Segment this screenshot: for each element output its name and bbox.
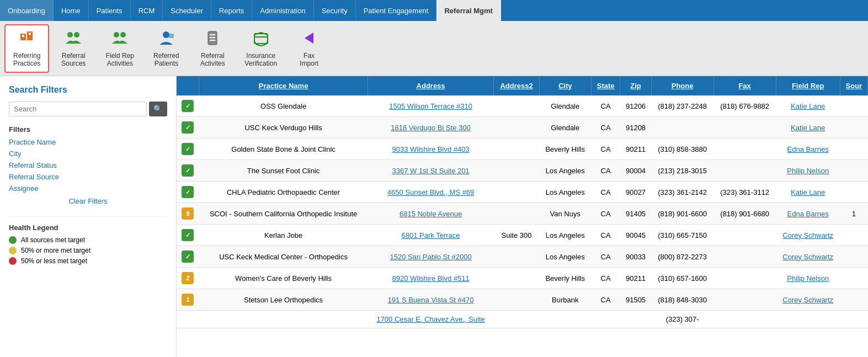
address-link-2[interactable]: 9033 Wilshire Blvd #403 xyxy=(392,145,469,153)
nav-item-administration[interactable]: Administration xyxy=(252,0,313,21)
nav-item-patients[interactable]: Patients xyxy=(89,0,131,21)
cell-address2-9 xyxy=(494,289,539,311)
col-sort-phone[interactable]: Phone xyxy=(672,82,694,90)
field-rep-activities-label: Field Rep Activities xyxy=(106,52,134,67)
col-header-practiceName[interactable]: Practice Name xyxy=(199,76,368,95)
nav-item-rcm[interactable]: RCM xyxy=(131,0,163,21)
table-row: ✓The Sunset Foot Clinic3367 W 1st St Sui… xyxy=(177,160,868,182)
cell-source-0 xyxy=(840,95,867,117)
col-header-zip[interactable]: Zip xyxy=(620,76,651,95)
col-header-phone[interactable]: Phone xyxy=(651,76,713,95)
col-sort-zip[interactable]: Zip xyxy=(630,82,641,90)
nav-item-patient-engagement[interactable]: Patient Engagement xyxy=(356,0,437,21)
field-rep-link-5[interactable]: Edna Barnes xyxy=(787,210,829,218)
nav-item-security[interactable]: Security xyxy=(314,0,356,21)
col-header-city[interactable]: City xyxy=(539,76,591,95)
toolbar-item-fax-import[interactable]: Fax Import xyxy=(287,24,331,73)
legend-label-1: 50% or more met target xyxy=(21,247,90,254)
field-rep-link-0[interactable]: Katie Lane xyxy=(791,102,825,110)
filter-referral-source[interactable]: Referral Source xyxy=(9,173,167,181)
col-sort-source[interactable]: Sour xyxy=(846,82,862,90)
address-link-1[interactable]: 1818 Verdugo Bl Ste 300 xyxy=(391,124,471,132)
cell-state-10 xyxy=(591,311,620,328)
toolbar-item-insurance-verification[interactable]: Insurance Verification xyxy=(237,24,285,73)
cell-address2-7 xyxy=(494,246,539,268)
cell-fieldRep-7: Corey Schwartz xyxy=(776,246,840,268)
address-link-5[interactable]: 6815 Noble Avenue xyxy=(400,210,462,218)
address-link-8[interactable]: 8920 Wilshire Blvd #511 xyxy=(392,274,469,283)
cell-city-3: Los Angeles xyxy=(539,160,591,182)
search-button[interactable]: 🔍 xyxy=(149,102,167,116)
col-sort-practiceName[interactable]: Practice Name xyxy=(259,82,308,90)
cell-source-4 xyxy=(840,182,867,203)
filter-city[interactable]: City xyxy=(9,150,167,158)
address-link-7[interactable]: 1520 San Pablo St #2000 xyxy=(390,253,471,261)
field-rep-link-6[interactable]: Corey Schwartz xyxy=(782,231,833,239)
field-rep-link-1[interactable]: Katie Lane xyxy=(791,124,825,132)
col-sort-address2[interactable]: Address2 xyxy=(500,82,532,90)
table-row: 2Women's Care of Beverly Hills8920 Wilsh… xyxy=(177,268,868,289)
nav-item-scheduler[interactable]: Scheduler xyxy=(163,0,211,21)
cell-state-1: CA xyxy=(591,117,620,138)
field-rep-link-4[interactable]: Katie Lane xyxy=(791,188,825,196)
filter-referral-status[interactable]: Referral Status xyxy=(9,161,167,169)
health-legend: Health Legend All sources met target50% … xyxy=(9,216,167,265)
cell-fieldRep-2: Edna Barnes xyxy=(776,138,840,160)
nav-item-referral-mgmt[interactable]: Referral Mgmt xyxy=(436,0,500,21)
col-header-source[interactable]: Sour xyxy=(840,76,867,95)
clear-filters-link[interactable]: Clear Filters xyxy=(9,197,167,205)
col-sort-fieldRep[interactable]: Field Rep xyxy=(792,82,824,90)
cell-state-3: CA xyxy=(591,160,620,182)
filter-practice-name[interactable]: Practice Name xyxy=(9,138,167,146)
col-header-fax[interactable]: Fax xyxy=(713,76,776,95)
col-header-address2[interactable]: Address2 xyxy=(494,76,539,95)
svg-rect-2 xyxy=(22,35,24,37)
col-header-fieldRep[interactable]: Field Rep xyxy=(776,76,840,95)
address-link-10[interactable]: 1700 Cesar E. Chavez Ave., Suite xyxy=(376,315,484,323)
field-rep-link-2[interactable]: Edna Barnes xyxy=(787,145,829,153)
col-sort-city[interactable]: City xyxy=(558,82,572,90)
cell-city-10 xyxy=(539,311,591,328)
field-rep-link-7[interactable]: Corey Schwartz xyxy=(782,253,833,261)
nav-item-home[interactable]: Home xyxy=(54,0,89,21)
cell-badge-10 xyxy=(177,311,199,328)
col-header-address[interactable]: Address xyxy=(368,76,494,95)
table-row: ✓CHLA Pediatric Orthopaedic Center4650 S… xyxy=(177,182,868,203)
filter-assignee[interactable]: Assignee xyxy=(9,184,167,193)
address-link-3[interactable]: 3367 W 1st St Suite 201 xyxy=(392,167,469,175)
cell-city-8: Beverly Hills xyxy=(539,268,591,289)
table-row: 9SCOI - Southern California Orthopedic I… xyxy=(177,203,868,225)
cell-zip-7: 90033 xyxy=(620,246,651,268)
field-rep-link-8[interactable]: Philip Nelson xyxy=(787,274,829,283)
toolbar-item-referring-practices[interactable]: Referring Practices xyxy=(4,24,49,73)
address-link-9[interactable]: 191 S Buena Vista St #470 xyxy=(388,296,474,304)
col-sort-address[interactable]: Address xyxy=(417,82,445,90)
address-link-6[interactable]: 6801 Park Terrace xyxy=(402,231,460,239)
field-rep-link-3[interactable]: Philip Nelson xyxy=(787,167,829,175)
cell-phone-5: (818) 901-6600 xyxy=(651,203,713,225)
cell-phone-4: (323) 361-2142 xyxy=(651,182,713,203)
col-header-state[interactable]: State xyxy=(591,76,620,95)
field-rep-link-9[interactable]: Corey Schwartz xyxy=(782,296,833,304)
legend-dot-1 xyxy=(9,247,17,254)
search-input[interactable] xyxy=(9,102,147,116)
cell-practiceName-9: Stetson Lee Orthopedics xyxy=(199,289,368,311)
nav-item-reports[interactable]: Reports xyxy=(211,0,253,21)
cell-source-2 xyxy=(840,138,867,160)
cell-city-9: Burbank xyxy=(539,289,591,311)
referral-sources-icon xyxy=(65,29,82,50)
col-sort-fax[interactable]: Fax xyxy=(738,82,750,90)
status-badge-9: 1 xyxy=(182,294,194,306)
toolbar-item-referral-sources[interactable]: Referral Sources xyxy=(51,24,95,73)
nav-item-onboarding[interactable]: Onboarding xyxy=(0,0,54,21)
toolbar-item-referred-patients[interactable]: Referred Patients xyxy=(144,24,188,73)
address-link-4[interactable]: 4650 Sunset Blvd., MS #69 xyxy=(387,188,475,196)
address-link-0[interactable]: 1505 Wilson Terrace #310 xyxy=(389,102,472,110)
cell-fieldRep-3: Philip Nelson xyxy=(776,160,840,182)
cell-fieldRep-4: Katie Lane xyxy=(776,182,840,203)
cell-city-7: Los Angeles xyxy=(539,246,591,268)
col-sort-state[interactable]: State xyxy=(597,82,615,90)
status-badge-2: ✓ xyxy=(182,143,194,155)
toolbar-item-referral-activites[interactable]: Referral Activites xyxy=(190,24,235,73)
toolbar-item-field-rep-activities[interactable]: Field Rep Activities xyxy=(98,24,142,73)
